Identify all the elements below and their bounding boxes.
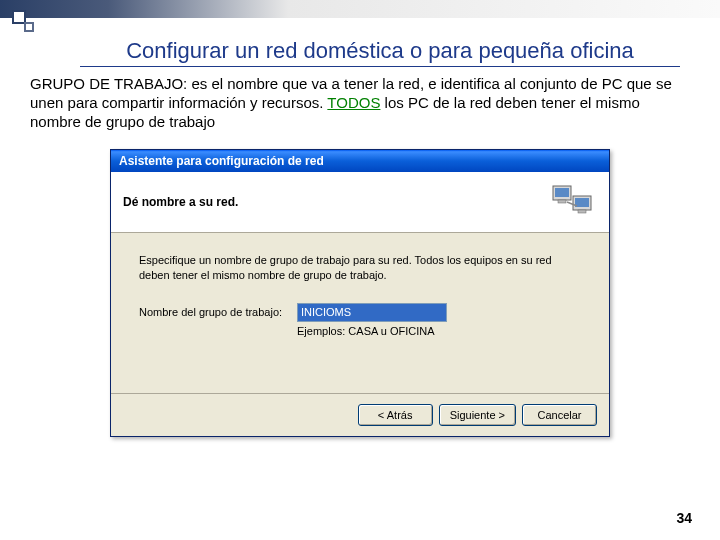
- back-button[interactable]: < Atrás: [358, 404, 433, 426]
- svg-rect-5: [578, 210, 586, 213]
- dialog-header-text: Dé nombre a su red.: [123, 195, 238, 209]
- slide-title: Configurar un red doméstica o para peque…: [80, 38, 680, 67]
- workgroup-label: Nombre del grupo de trabajo:: [139, 306, 289, 318]
- dialog-instruction: Especifique un nombre de grupo de trabaj…: [139, 253, 581, 283]
- cancel-button[interactable]: Cancelar: [522, 404, 597, 426]
- dialog-titlebar: Asistente para configuración de red: [111, 150, 609, 172]
- dialog-header: Dé nombre a su red.: [111, 172, 609, 233]
- slide-body: GRUPO DE TRABAJO: es el nombre que va a …: [30, 75, 690, 131]
- network-wizard-dialog: Asistente para configuración de red Dé n…: [110, 149, 610, 437]
- workgroup-input[interactable]: [297, 303, 447, 322]
- page-number: 34: [676, 510, 692, 526]
- dialog-content: Especifique un nombre de grupo de trabaj…: [111, 233, 609, 393]
- svg-rect-2: [558, 200, 566, 203]
- svg-rect-1: [555, 188, 569, 197]
- workgroup-row: Nombre del grupo de trabajo:: [139, 303, 581, 322]
- dialog-title: Asistente para configuración de red: [119, 154, 324, 168]
- network-icon: [551, 182, 597, 222]
- next-button[interactable]: Siguiente >: [439, 404, 516, 426]
- deco-square-2: [24, 22, 34, 32]
- body-todos: TODOS: [327, 94, 380, 111]
- workgroup-examples: Ejemplos: CASA u OFICINA: [297, 325, 581, 337]
- dialog-button-row: < Atrás Siguiente > Cancelar: [111, 393, 609, 436]
